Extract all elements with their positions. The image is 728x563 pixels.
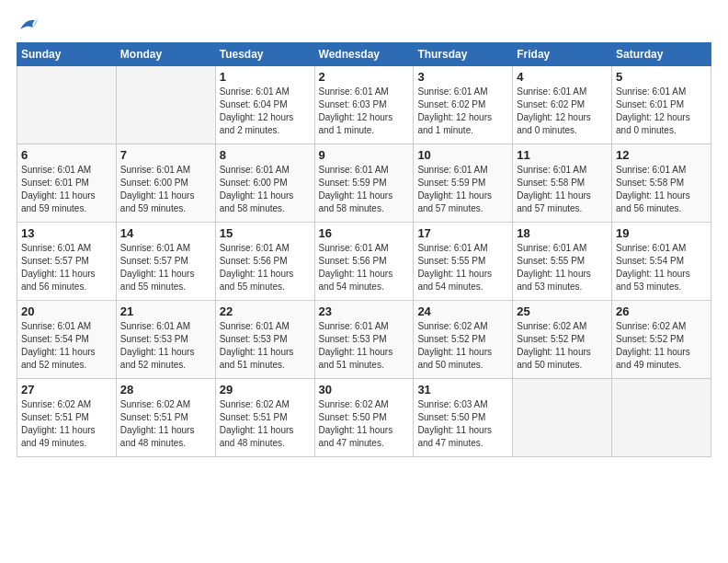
day-number: 23 (319, 304, 410, 318)
table-row: 27Sunrise: 6:02 AM Sunset: 5:51 PM Dayli… (17, 379, 117, 457)
day-info: Sunrise: 6:01 AM Sunset: 6:02 PM Dayligh… (417, 86, 508, 137)
col-monday: Monday (116, 43, 215, 66)
col-thursday: Thursday (414, 43, 513, 66)
col-friday: Friday (513, 43, 612, 66)
page: Sunday Monday Tuesday Wednesday Thursday… (0, 0, 728, 563)
day-info: Sunrise: 6:01 AM Sunset: 5:58 PM Dayligh… (616, 164, 707, 215)
day-info: Sunrise: 6:01 AM Sunset: 5:56 PM Dayligh… (220, 242, 311, 293)
day-number: 24 (417, 304, 508, 318)
day-number: 20 (21, 304, 112, 318)
day-info: Sunrise: 6:01 AM Sunset: 5:57 PM Dayligh… (120, 242, 211, 293)
day-number: 30 (319, 383, 410, 396)
day-info: Sunrise: 6:02 AM Sunset: 5:51 PM Dayligh… (220, 398, 311, 450)
col-tuesday: Tuesday (215, 43, 314, 66)
day-number: 21 (120, 304, 211, 318)
day-info: Sunrise: 6:01 AM Sunset: 5:59 PM Dayligh… (417, 164, 508, 215)
table-row: 4Sunrise: 6:01 AM Sunset: 6:02 PM Daylig… (513, 66, 612, 144)
day-info: Sunrise: 6:01 AM Sunset: 6:00 PM Dayligh… (220, 164, 311, 215)
day-info: Sunrise: 6:02 AM Sunset: 5:51 PM Dayligh… (21, 398, 112, 450)
col-wednesday: Wednesday (314, 43, 414, 66)
day-info: Sunrise: 6:01 AM Sunset: 6:01 PM Dayligh… (616, 86, 707, 137)
table-row: 15Sunrise: 6:01 AM Sunset: 5:56 PM Dayli… (215, 223, 314, 301)
table-row: 17Sunrise: 6:01 AM Sunset: 5:55 PM Dayli… (414, 223, 513, 301)
day-number: 5 (616, 70, 707, 84)
day-number: 28 (120, 383, 211, 396)
day-number: 31 (417, 383, 508, 396)
calendar-header-row: Sunday Monday Tuesday Wednesday Thursday… (17, 43, 711, 66)
day-number: 3 (417, 70, 508, 84)
table-row: 9Sunrise: 6:01 AM Sunset: 5:59 PM Daylig… (314, 144, 414, 223)
table-row: 18Sunrise: 6:01 AM Sunset: 5:55 PM Dayli… (513, 223, 612, 301)
day-number: 29 (220, 383, 311, 396)
day-number: 1 (220, 70, 311, 84)
day-info: Sunrise: 6:01 AM Sunset: 5:55 PM Dayligh… (517, 242, 608, 293)
day-number: 11 (517, 148, 608, 162)
calendar-week-row: 1Sunrise: 6:01 AM Sunset: 6:04 PM Daylig… (17, 66, 711, 144)
table-row (17, 66, 117, 144)
day-number: 2 (319, 70, 410, 84)
day-info: Sunrise: 6:01 AM Sunset: 6:03 PM Dayligh… (319, 86, 410, 137)
day-info: Sunrise: 6:01 AM Sunset: 5:55 PM Dayligh… (417, 242, 508, 293)
table-row: 6Sunrise: 6:01 AM Sunset: 6:01 PM Daylig… (17, 144, 117, 223)
day-number: 9 (319, 148, 410, 162)
table-row: 28Sunrise: 6:02 AM Sunset: 5:51 PM Dayli… (116, 379, 215, 457)
table-row: 24Sunrise: 6:02 AM Sunset: 5:52 PM Dayli… (414, 301, 513, 379)
table-row: 1Sunrise: 6:01 AM Sunset: 6:04 PM Daylig… (215, 66, 314, 144)
table-row (116, 66, 215, 144)
table-row: 14Sunrise: 6:01 AM Sunset: 5:57 PM Dayli… (116, 223, 215, 301)
day-number: 6 (21, 148, 112, 162)
day-number: 10 (417, 148, 508, 162)
table-row: 19Sunrise: 6:01 AM Sunset: 5:54 PM Dayli… (612, 223, 711, 301)
day-info: Sunrise: 6:02 AM Sunset: 5:52 PM Dayligh… (616, 320, 707, 372)
day-number: 8 (220, 148, 311, 162)
day-number: 27 (21, 383, 112, 396)
day-info: Sunrise: 6:01 AM Sunset: 5:57 PM Dayligh… (21, 242, 112, 293)
day-number: 19 (616, 226, 707, 240)
table-row: 10Sunrise: 6:01 AM Sunset: 5:59 PM Dayli… (414, 144, 513, 223)
table-row: 20Sunrise: 6:01 AM Sunset: 5:54 PM Dayli… (17, 301, 117, 379)
day-number: 18 (517, 226, 608, 240)
day-info: Sunrise: 6:01 AM Sunset: 6:00 PM Dayligh… (120, 164, 211, 215)
day-info: Sunrise: 6:01 AM Sunset: 5:56 PM Dayligh… (319, 242, 410, 293)
day-info: Sunrise: 6:01 AM Sunset: 5:53 PM Dayligh… (220, 320, 311, 372)
day-info: Sunrise: 6:01 AM Sunset: 5:53 PM Dayligh… (120, 320, 211, 372)
day-number: 25 (517, 304, 608, 318)
day-info: Sunrise: 6:01 AM Sunset: 5:53 PM Dayligh… (319, 320, 410, 372)
day-number: 14 (120, 226, 211, 240)
table-row: 30Sunrise: 6:02 AM Sunset: 5:50 PM Dayli… (314, 379, 414, 457)
table-row: 31Sunrise: 6:03 AM Sunset: 5:50 PM Dayli… (414, 379, 513, 457)
day-number: 12 (616, 148, 707, 162)
table-row: 29Sunrise: 6:02 AM Sunset: 5:51 PM Dayli… (215, 379, 314, 457)
calendar-week-row: 6Sunrise: 6:01 AM Sunset: 6:01 PM Daylig… (17, 144, 711, 223)
day-info: Sunrise: 6:02 AM Sunset: 5:50 PM Dayligh… (319, 398, 410, 450)
table-row: 23Sunrise: 6:01 AM Sunset: 5:53 PM Dayli… (314, 301, 414, 379)
calendar-week-row: 20Sunrise: 6:01 AM Sunset: 5:54 PM Dayli… (17, 301, 711, 379)
table-row: 8Sunrise: 6:01 AM Sunset: 6:00 PM Daylig… (215, 144, 314, 223)
logo-bird-icon (18, 17, 39, 33)
day-info: Sunrise: 6:01 AM Sunset: 5:54 PM Dayligh… (21, 320, 112, 372)
day-number: 16 (319, 226, 410, 240)
table-row: 25Sunrise: 6:02 AM Sunset: 5:52 PM Dayli… (513, 301, 612, 379)
day-number: 17 (417, 226, 508, 240)
day-info: Sunrise: 6:03 AM Sunset: 5:50 PM Dayligh… (417, 398, 508, 450)
table-row: 13Sunrise: 6:01 AM Sunset: 5:57 PM Dayli… (17, 223, 117, 301)
day-info: Sunrise: 6:02 AM Sunset: 5:51 PM Dayligh… (120, 398, 211, 450)
table-row (612, 379, 711, 457)
col-saturday: Saturday (612, 43, 711, 66)
day-info: Sunrise: 6:01 AM Sunset: 5:54 PM Dayligh… (616, 242, 707, 293)
table-row: 11Sunrise: 6:01 AM Sunset: 5:58 PM Dayli… (513, 144, 612, 223)
col-sunday: Sunday (17, 43, 117, 66)
table-row: 26Sunrise: 6:02 AM Sunset: 5:52 PM Dayli… (612, 301, 711, 379)
header (17, 17, 711, 33)
table-row: 7Sunrise: 6:01 AM Sunset: 6:00 PM Daylig… (116, 144, 215, 223)
calendar-week-row: 27Sunrise: 6:02 AM Sunset: 5:51 PM Dayli… (17, 379, 711, 457)
day-info: Sunrise: 6:01 AM Sunset: 5:59 PM Dayligh… (319, 164, 410, 215)
day-number: 7 (120, 148, 211, 162)
day-info: Sunrise: 6:01 AM Sunset: 6:02 PM Dayligh… (517, 86, 608, 137)
calendar: Sunday Monday Tuesday Wednesday Thursday… (17, 42, 711, 457)
day-info: Sunrise: 6:02 AM Sunset: 5:52 PM Dayligh… (517, 320, 608, 372)
day-info: Sunrise: 6:01 AM Sunset: 6:04 PM Dayligh… (220, 86, 311, 137)
day-number: 4 (517, 70, 608, 84)
table-row: 5Sunrise: 6:01 AM Sunset: 6:01 PM Daylig… (612, 66, 711, 144)
day-info: Sunrise: 6:01 AM Sunset: 5:58 PM Dayligh… (517, 164, 608, 215)
